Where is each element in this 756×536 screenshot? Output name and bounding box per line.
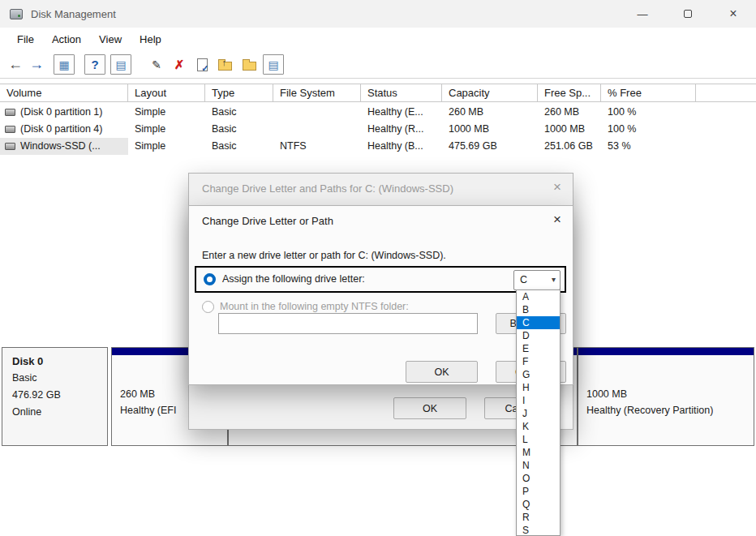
- assign-letter-label: Assign the following drive letter:: [222, 273, 365, 285]
- column-header-file-system[interactable]: File System: [273, 84, 361, 102]
- disk0-panel[interactable]: Disk 0 Basic 476.92 GB Online: [2, 347, 108, 446]
- dropdown-item[interactable]: E: [517, 342, 560, 355]
- properties-icon[interactable]: ▤: [263, 54, 284, 75]
- dialog-prompt: Enter a new drive letter or path for C: …: [202, 250, 446, 261]
- back-icon[interactable]: ←: [5, 54, 26, 75]
- table-row[interactable]: (Disk 0 partition 4) Simple Basic Health…: [0, 121, 756, 138]
- column-header-free-space[interactable]: Free Sp...: [538, 84, 601, 102]
- ok-button[interactable]: OK: [406, 361, 478, 383]
- forward-icon[interactable]: →: [26, 54, 47, 75]
- disk-type: Basic: [12, 370, 107, 387]
- partition-block-recovery[interactable]: 1000 MB Healthy (Recovery Partition): [578, 347, 754, 446]
- column-header-pct-free[interactable]: % Free: [601, 84, 696, 102]
- volume-table-header: Volume Layout Type File System Status Ca…: [0, 84, 756, 102]
- mount-path-input[interactable]: [218, 313, 478, 334]
- partition-size: 1000 MB: [586, 388, 627, 400]
- dialog-title: Change Drive Letter and Paths for C: (Wi…: [202, 182, 453, 195]
- explore-icon[interactable]: [238, 54, 260, 75]
- cell-free-space: 260 MB: [538, 104, 601, 121]
- dropdown-item[interactable]: D: [517, 329, 560, 342]
- toolbar: ← → ▦ ? ▤ ✎ ✗ ▤: [0, 51, 756, 79]
- column-header-type[interactable]: Type: [205, 84, 273, 102]
- dropdown-item[interactable]: B: [517, 303, 560, 316]
- dropdown-item[interactable]: N: [517, 459, 560, 472]
- cell-capacity: 475.69 GB: [442, 138, 538, 155]
- delete-volume-icon[interactable]: ✗: [169, 54, 190, 75]
- mark-active-icon[interactable]: [191, 54, 213, 75]
- volume-icon: [5, 143, 15, 150]
- disk-management-window: Disk Management — × File Action View Hel…: [0, 0, 756, 536]
- dropdown-item[interactable]: Q: [517, 498, 560, 511]
- close-button[interactable]: ×: [711, 0, 756, 28]
- mount-folder-label: Mount in the following empty NTFS folder…: [220, 301, 409, 312]
- minimize-button[interactable]: —: [620, 0, 665, 28]
- menu-view[interactable]: View: [90, 28, 131, 51]
- column-header-layout[interactable]: Layout: [128, 84, 205, 102]
- help-icon[interactable]: ?: [84, 54, 105, 75]
- column-header-status[interactable]: Status: [361, 84, 442, 102]
- cell-capacity: 260 MB: [442, 104, 538, 121]
- column-header-volume[interactable]: Volume: [0, 84, 128, 102]
- close-icon[interactable]: ×: [553, 179, 561, 195]
- maximize-button[interactable]: [665, 0, 711, 28]
- close-icon[interactable]: ×: [553, 212, 561, 228]
- assign-letter-radio[interactable]: [204, 273, 216, 285]
- assign-letter-focus-rect: Assign the following drive letter: C ▾: [195, 266, 566, 293]
- dropdown-item[interactable]: S: [517, 524, 560, 536]
- cell-pct-free: 100 %: [601, 121, 696, 138]
- volume-name: (Disk 0 partition 1): [20, 104, 102, 121]
- drive-letter-value: C: [520, 274, 527, 285]
- table-row-selected[interactable]: Windows-SSD (... Simple Basic NTFS Healt…: [0, 138, 756, 155]
- action-pane-icon[interactable]: ▤: [110, 54, 131, 75]
- cell-free-space: 1000 MB: [538, 121, 601, 138]
- volume-icon: [5, 109, 15, 116]
- cell-status: Healthy (B...: [361, 138, 442, 155]
- dropdown-item[interactable]: L: [517, 433, 560, 446]
- dropdown-item[interactable]: A: [517, 290, 560, 303]
- dropdown-item[interactable]: R: [517, 511, 560, 524]
- drive-letter-combobox[interactable]: C ▾: [513, 270, 561, 290]
- mount-folder-radio[interactable]: [202, 301, 214, 313]
- dropdown-item[interactable]: K: [517, 420, 560, 433]
- volume-name: (Disk 0 partition 4): [20, 121, 102, 138]
- cell-type: Basic: [205, 104, 273, 121]
- app-icon: [10, 9, 23, 19]
- cell-file-system: NTFS: [273, 138, 361, 155]
- cell-status: Healthy (E...: [361, 104, 442, 121]
- volume-icon: [5, 126, 15, 133]
- table-row[interactable]: (Disk 0 partition 1) Simple Basic Health…: [0, 104, 756, 121]
- menu-help[interactable]: Help: [131, 28, 170, 51]
- cell-capacity: 1000 MB: [442, 121, 538, 138]
- cell-layout: Simple: [128, 104, 205, 121]
- rescan-icon[interactable]: ✎: [146, 54, 167, 75]
- cell-layout: Simple: [128, 138, 205, 155]
- cell-type: Basic: [205, 121, 273, 138]
- dropdown-item-selected[interactable]: C: [517, 316, 560, 329]
- column-header-capacity[interactable]: Capacity: [442, 84, 538, 102]
- dropdown-item[interactable]: I: [517, 394, 560, 407]
- dropdown-item[interactable]: G: [517, 368, 560, 381]
- cell-pct-free: 53 %: [601, 138, 696, 155]
- dropdown-item[interactable]: O: [517, 472, 560, 485]
- menu-action[interactable]: Action: [43, 28, 90, 51]
- dialog-title: Change Drive Letter or Path: [202, 215, 333, 227]
- dropdown-item[interactable]: H: [517, 381, 560, 394]
- dropdown-item[interactable]: J: [517, 407, 560, 420]
- disk-status: Online: [12, 404, 107, 421]
- chevron-down-icon: ▾: [552, 275, 556, 284]
- dropdown-item[interactable]: M: [517, 446, 560, 459]
- cell-type: Basic: [205, 138, 273, 155]
- cell-file-system: [273, 104, 361, 121]
- dropdown-item[interactable]: F: [517, 355, 560, 368]
- disk-name: Disk 0: [12, 353, 107, 370]
- console-tree-icon[interactable]: ▦: [54, 54, 75, 75]
- volume-name: Windows-SSD (...: [20, 138, 101, 155]
- open-icon[interactable]: [214, 54, 235, 75]
- partition-status: Healthy (EFI: [120, 405, 176, 416]
- ok-button[interactable]: OK: [393, 397, 466, 419]
- dropdown-item[interactable]: P: [517, 485, 560, 498]
- title-bar: Disk Management — ×: [0, 0, 756, 28]
- menu-file[interactable]: File: [8, 28, 43, 51]
- partition-status: Healthy (Recovery Partition): [586, 405, 713, 416]
- maximize-icon: [684, 10, 692, 18]
